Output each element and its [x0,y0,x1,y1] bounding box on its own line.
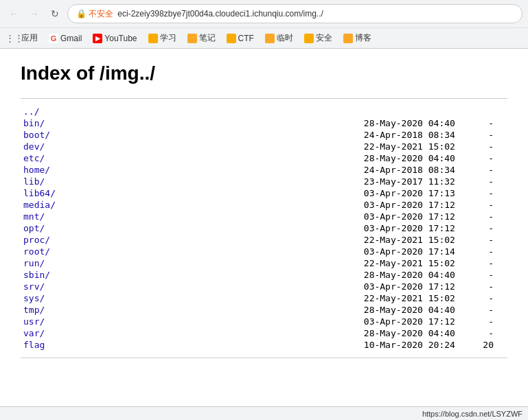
file-link[interactable]: lib/ [23,176,45,187]
file-name-cell: bin/ [21,117,310,129]
address-bar[interactable]: 🔒 不安全 eci-2zeiy398zbye7jt00d4a.cloudeci1… [67,4,523,23]
file-link[interactable]: lib64/ [23,188,56,198]
file-link[interactable]: boot/ [23,130,50,140]
folder-blog-icon [343,34,353,43]
file-link[interactable]: var/ [23,328,45,338]
file-link[interactable]: srv/ [23,281,45,292]
file-link[interactable]: flag [23,340,45,350]
file-size-cell: - [458,304,507,316]
file-link[interactable]: tmp/ [23,305,45,315]
bookmark-gmail[interactable]: G Gmail [45,32,86,45]
file-name-cell: mnt/ [21,211,310,222]
file-link[interactable]: ../ [23,106,39,117]
bookmark-ctf-label: CTF [238,34,254,43]
bookmark-temp-label: 临时 [277,32,293,44]
bookmark-ctf[interactable]: CTF [222,32,258,45]
file-link[interactable]: run/ [23,258,45,268]
divider-bottom [21,358,507,358]
table-row: mnt/03-Apr-2020 17:12- [21,211,507,222]
file-date-cell: 28-May-2020 04:40 [310,117,458,129]
file-name-cell: root/ [21,246,310,257]
file-size-cell: - [458,327,507,339]
file-link[interactable]: root/ [23,246,50,257]
file-link[interactable]: sys/ [23,293,45,303]
bookmark-security-label: 安全 [316,32,332,44]
file-size-cell: - [458,269,507,281]
table-row: tmp/28-May-2020 04:40- [21,304,507,316]
security-warning: 🔒 不安全 [76,8,113,20]
bookmark-blog[interactable]: 博客 [339,31,376,45]
file-size-cell: 20 [458,339,507,351]
bookmark-study[interactable]: 学习 [144,31,181,45]
bookmark-apps-label: 应用 [21,32,38,44]
file-link[interactable]: media/ [23,200,56,210]
bookmark-gmail-label: Gmail [60,34,82,43]
table-row: sbin/28-May-2020 04:40- [21,269,507,281]
table-row: sys/22-May-2021 15:02- [21,292,507,304]
table-row: flag10-Mar-2020 20:2420 [21,339,507,351]
file-date-cell: 03-Apr-2020 17:12 [310,199,458,211]
file-size-cell: - [458,257,507,269]
file-date-cell: 22-May-2021 15:02 [310,141,458,152]
file-name-cell: sys/ [21,292,310,304]
folder-ctf-icon [227,34,236,43]
file-date-cell: 24-Apr-2018 08:34 [310,129,458,141]
reload-button[interactable]: ↻ [47,5,63,22]
url-display: eci-2zeiy398zbye7jt00d4a.cloudeci1.ichun… [117,9,323,19]
folder-notes-icon [187,34,197,43]
file-date-cell [310,106,458,117]
table-row: srv/03-Apr-2020 17:12- [21,281,507,292]
file-size-cell: - [458,246,507,257]
table-row: run/22-May-2021 15:02- [21,257,507,269]
file-link[interactable]: bin/ [23,118,45,128]
file-link[interactable]: mnt/ [23,211,45,222]
file-date-cell: 10-Mar-2020 20:24 [310,339,458,351]
divider-top [21,98,507,99]
file-date-cell: 28-May-2020 04:40 [310,269,458,281]
file-link[interactable]: sbin/ [23,270,50,280]
browser-chrome: ← → ↻ 🔒 不安全 eci-2zeiy398zbye7jt00d4a.clo… [0,0,528,49]
file-link[interactable]: dev/ [23,141,45,152]
file-name-cell: srv/ [21,281,310,292]
file-name-cell: var/ [21,327,310,339]
file-size-cell: - [458,129,507,141]
file-date-cell: 03-Apr-2020 17:12 [310,211,458,222]
table-row: lib/23-May-2017 11:32- [21,176,507,187]
file-link[interactable]: proc/ [23,235,50,245]
file-date-cell: 03-Apr-2020 17:12 [310,222,458,234]
table-row: root/03-Apr-2020 17:14- [21,246,507,257]
file-date-cell: 28-May-2020 04:40 [310,152,458,164]
bookmark-apps[interactable]: ⋮⋮ 应用 [5,31,42,45]
bookmark-study-label: 学习 [160,32,176,44]
file-date-cell: 03-Apr-2020 17:13 [310,187,458,199]
forward-button[interactable]: → [26,5,43,22]
table-row: etc/28-May-2020 04:40- [21,152,507,164]
file-size-cell: - [458,292,507,304]
file-link[interactable]: etc/ [23,153,45,163]
file-link[interactable]: usr/ [23,316,45,327]
table-row: opt/03-Apr-2020 17:12- [21,222,507,234]
apps-icon: ⋮⋮ [10,34,19,43]
back-button[interactable]: ← [5,5,22,22]
bookmark-security[interactable]: 安全 [300,31,336,45]
file-date-cell: 22-May-2021 15:02 [310,292,458,304]
file-link[interactable]: home/ [23,165,50,175]
file-name-cell: flag [21,339,310,351]
bookmark-temp[interactable]: 临时 [261,31,297,45]
file-date-cell: 03-Apr-2020 17:14 [310,246,458,257]
file-date-cell: 03-Apr-2020 17:12 [310,281,458,292]
table-row: dev/22-May-2021 15:02- [21,141,507,152]
bookmark-youtube[interactable]: ▶ YouTube [89,32,141,45]
table-row: proc/22-May-2021 15:02- [21,234,507,246]
file-date-cell: 22-May-2021 15:02 [310,257,458,269]
file-link[interactable]: opt/ [23,223,45,233]
file-listing-table: ../bin/28-May-2020 04:40-boot/24-Apr-201… [21,106,507,351]
bookmark-notes[interactable]: 笔记 [183,31,220,45]
nav-bar: ← → ↻ 🔒 不安全 eci-2zeiy398zbye7jt00d4a.clo… [0,0,528,27]
gmail-icon: G [49,34,58,43]
file-date-cell: 28-May-2020 04:40 [310,327,458,339]
file-size-cell [458,106,507,117]
file-date-cell: 28-May-2020 04:40 [310,304,458,316]
page-content: Index of /img../ ../bin/28-May-2020 04:4… [0,49,528,406]
folder-study-icon [148,34,158,43]
